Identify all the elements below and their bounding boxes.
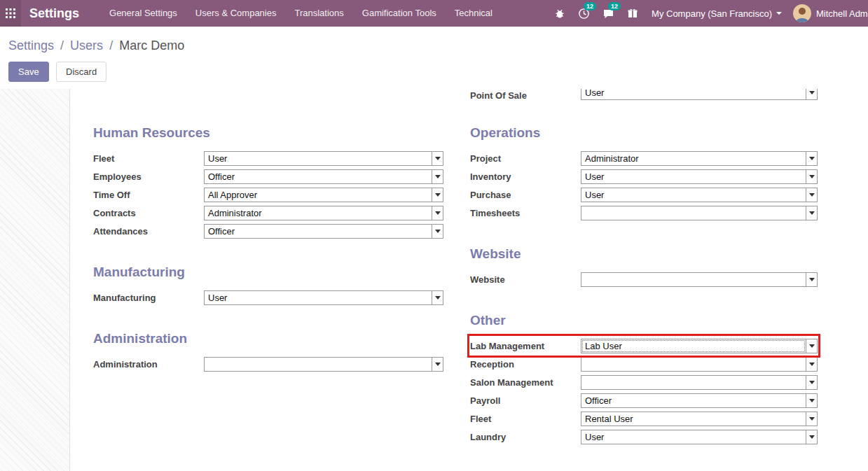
company-switcher[interactable]: My Company (San Francisco) (652, 8, 782, 19)
field-row-manufacturing: Manufacturing User (93, 288, 443, 307)
messages-chat-icon[interactable]: 12 (596, 0, 621, 27)
section-title: Human Resources (93, 125, 443, 141)
field-row-salon-management: Salon Management (470, 373, 818, 391)
administration-select[interactable] (204, 357, 443, 372)
activities-count-badge: 12 (584, 2, 596, 10)
field-row-time-off: Time Off All Approver (93, 185, 443, 204)
fleet-other-select[interactable]: Rental User (581, 412, 818, 426)
manufacturing-select[interactable]: User (204, 290, 443, 305)
field-row-website: Website (470, 270, 818, 288)
group-human-resources: Human Resources Fleet User Employees Off… (93, 125, 443, 240)
section-title: Website (470, 246, 818, 262)
user-menu[interactable]: Mitchell Admin (793, 4, 868, 22)
select-arrow-icon (432, 206, 443, 220)
apps-menu-button[interactable] (0, 0, 21, 27)
contracts-select[interactable]: Administrator (204, 206, 443, 220)
select-arrow-icon (806, 358, 817, 371)
select-arrow-icon (806, 376, 817, 389)
section-title: Manufacturing (93, 264, 443, 280)
field-row-fleet: Fleet User (93, 149, 443, 167)
field-label: Employees (93, 171, 204, 182)
field-label: Website (470, 274, 581, 285)
menu-general-settings[interactable]: General Settings (100, 0, 186, 27)
project-select[interactable]: Administrator (581, 151, 818, 166)
field-row-timesheets: Timesheets (470, 204, 818, 222)
field-row-lab-management: Lab Management Lab User (470, 337, 818, 355)
field-row-attendances: Attendances Officer (93, 222, 443, 240)
select-arrow-icon (432, 170, 443, 183)
point-of-sale-select[interactable]: User (581, 89, 818, 100)
sheet-margin-stripes (0, 89, 70, 471)
field-row-administration: Administration (93, 355, 443, 373)
attendances-select[interactable]: Officer (204, 224, 443, 239)
time-off-select[interactable]: All Approver (204, 188, 443, 202)
menu-gamification-tools[interactable]: Gamification Tools (353, 0, 446, 27)
section-title: Administration (93, 330, 443, 346)
group-administration: Administration Administration (93, 330, 443, 373)
select-arrow-icon (806, 188, 817, 202)
website-select[interactable] (581, 272, 818, 287)
field-row-payroll: Payroll Officer (470, 391, 818, 409)
laundry-select[interactable]: User (581, 430, 818, 444)
payroll-select[interactable]: Officer (581, 393, 818, 408)
breadcrumb-settings[interactable]: Settings (8, 38, 54, 52)
section-title: Operations (470, 125, 818, 141)
user-name: Mitchell Admin (816, 8, 868, 19)
reception-select[interactable] (581, 357, 818, 372)
apps-grid-icon (6, 8, 15, 18)
field-label: Contracts (93, 208, 204, 218)
field-label: Manufacturing (93, 293, 204, 303)
select-arrow-icon (806, 152, 817, 165)
field-row-employees: Employees Officer (93, 167, 443, 185)
field-row-project: Project Administrator (470, 149, 818, 167)
field-label: Timesheets (470, 208, 581, 218)
menu-technical[interactable]: Technical (446, 0, 502, 27)
select-arrow-icon (806, 412, 817, 426)
inventory-select[interactable]: User (581, 169, 818, 184)
lab-management-select[interactable]: Lab User (581, 339, 818, 353)
avatar (793, 4, 811, 22)
breadcrumb: Settings / Users / Marc Demo (0, 27, 868, 53)
group-manufacturing: Manufacturing Manufacturing User (93, 264, 443, 307)
field-row-fleet-other: Fleet Rental User (470, 409, 818, 428)
select-arrow-icon (806, 89, 817, 99)
select-arrow-icon (806, 394, 817, 407)
select-arrow-icon (806, 206, 817, 220)
field-row-laundry: Laundry User (470, 428, 818, 446)
field-row-purchase: Purchase User (470, 185, 818, 204)
field-label: Fleet (470, 414, 581, 424)
action-buttons: Save Discard (0, 53, 868, 89)
field-label: Point Of Sale (470, 89, 581, 101)
field-label: Reception (470, 359, 581, 370)
save-button[interactable]: Save (8, 62, 49, 82)
select-arrow-icon (806, 430, 817, 444)
app-title[interactable]: Settings (29, 6, 79, 21)
field-label: Lab Management (470, 341, 581, 351)
discard-button[interactable]: Discard (56, 62, 106, 82)
select-arrow-icon (432, 291, 443, 304)
field-label: Project (470, 153, 581, 164)
purchase-select[interactable]: User (581, 188, 818, 202)
chevron-down-icon (776, 12, 782, 17)
field-row-inventory: Inventory User (470, 167, 818, 185)
field-label: Time Off (93, 190, 204, 200)
select-arrow-icon (432, 152, 443, 165)
field-label: Administration (93, 359, 204, 370)
messages-count-badge: 12 (608, 2, 621, 10)
section-title: Other (470, 312, 818, 328)
employees-select[interactable]: Officer (204, 169, 443, 184)
top-menu: General Settings Users & Companies Trans… (100, 0, 502, 27)
activities-clock-icon[interactable]: 12 (572, 0, 596, 27)
menu-translations[interactable]: Translations (285, 0, 352, 27)
menu-users-companies[interactable]: Users & Companies (186, 0, 286, 27)
field-label: Inventory (470, 171, 581, 182)
fleet-select[interactable]: User (204, 151, 443, 166)
debug-bug-icon[interactable] (548, 0, 572, 27)
select-arrow-icon (806, 273, 817, 286)
form-view: Point Of Sale User Human Resources Fleet… (0, 89, 868, 471)
timesheets-select[interactable] (581, 206, 818, 220)
breadcrumb-users[interactable]: Users (70, 38, 103, 52)
gift-icon[interactable] (621, 0, 645, 27)
salon-management-select[interactable] (581, 375, 818, 390)
field-label: Fleet (93, 153, 204, 164)
